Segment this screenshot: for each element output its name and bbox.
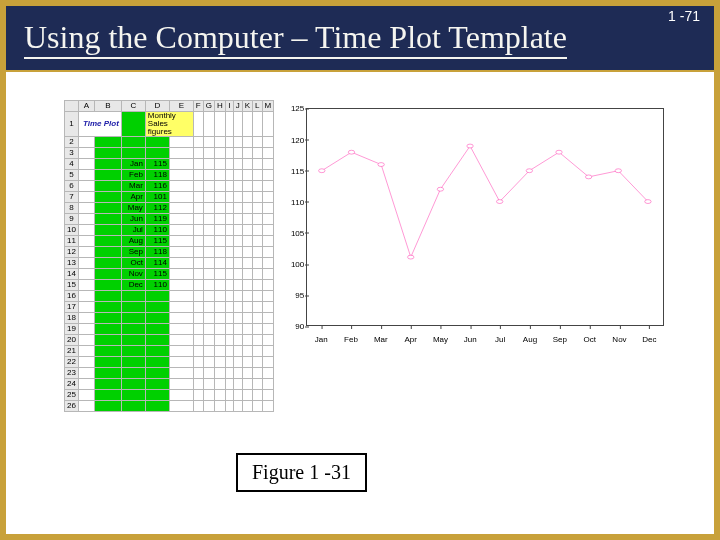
cell <box>253 214 262 225</box>
cell <box>193 357 203 368</box>
cell <box>79 192 95 203</box>
cell <box>203 203 214 214</box>
cell <box>169 192 193 203</box>
col-header: I <box>225 101 233 112</box>
col-header: F <box>193 101 203 112</box>
cell <box>203 112 214 137</box>
cell <box>262 291 274 302</box>
cell <box>79 137 95 148</box>
cell <box>203 225 214 236</box>
cell <box>225 390 233 401</box>
month-cell: Apr <box>121 192 145 203</box>
cell <box>121 313 145 324</box>
value-cell: 114 <box>145 258 169 269</box>
cell <box>94 401 121 412</box>
x-tick-label: Feb <box>344 335 358 344</box>
cell <box>225 214 233 225</box>
cell <box>242 269 252 280</box>
cell <box>214 192 225 203</box>
cell <box>262 203 274 214</box>
cell <box>121 346 145 357</box>
cell <box>214 401 225 412</box>
cell <box>79 225 95 236</box>
cell <box>214 236 225 247</box>
cell <box>253 313 262 324</box>
cell <box>94 159 121 170</box>
cell <box>193 368 203 379</box>
cell <box>214 269 225 280</box>
cell <box>79 269 95 280</box>
cell <box>94 225 121 236</box>
cell <box>233 335 242 346</box>
data-point <box>556 151 562 155</box>
cell <box>214 291 225 302</box>
slide-frame: 1 -71 Using the Computer – Time Plot Tem… <box>0 0 720 540</box>
cell <box>169 368 193 379</box>
cell <box>169 203 193 214</box>
cell <box>94 192 121 203</box>
value-cell: 116 <box>145 181 169 192</box>
x-tick-label: Apr <box>404 335 416 344</box>
cell <box>253 225 262 236</box>
cell <box>145 137 169 148</box>
value-cell: 115 <box>145 236 169 247</box>
cell <box>203 247 214 258</box>
cell <box>225 302 233 313</box>
title-bar: Using the Computer – Time Plot Template <box>6 6 714 72</box>
line-series <box>307 109 663 325</box>
cell <box>225 203 233 214</box>
value-cell: 115 <box>145 269 169 280</box>
row-header: 25 <box>65 390 79 401</box>
cell <box>169 324 193 335</box>
x-tick-label: Nov <box>612 335 626 344</box>
time-plot-chart: 9095100105110115120125JanFebMarAprMayJun… <box>274 100 674 350</box>
cell <box>233 181 242 192</box>
cell <box>193 225 203 236</box>
cell <box>214 159 225 170</box>
cell <box>169 302 193 313</box>
cell <box>214 368 225 379</box>
cell <box>169 159 193 170</box>
cell <box>79 357 95 368</box>
cell <box>145 302 169 313</box>
cell <box>253 236 262 247</box>
cell <box>233 346 242 357</box>
cell <box>94 368 121 379</box>
cell <box>253 170 262 181</box>
row-header: 8 <box>65 203 79 214</box>
data-point <box>645 200 651 204</box>
cell <box>262 258 274 269</box>
subtitle-cell: Monthly Sales figures <box>145 112 193 137</box>
cell <box>94 148 121 159</box>
month-cell: Mar <box>121 181 145 192</box>
cell <box>242 313 252 324</box>
cell <box>214 346 225 357</box>
cell <box>214 225 225 236</box>
cell <box>253 368 262 379</box>
y-tick-label: 100 <box>280 260 304 269</box>
row-header: 6 <box>65 181 79 192</box>
cell <box>233 368 242 379</box>
cell <box>193 346 203 357</box>
cell <box>94 379 121 390</box>
cell <box>262 335 274 346</box>
cell <box>193 203 203 214</box>
cell <box>242 280 252 291</box>
cell <box>94 346 121 357</box>
spreadsheet: ABCDEFGHIJKLM1Time PlotMonthly Sales fig… <box>64 100 274 412</box>
row-header: 14 <box>65 269 79 280</box>
cell <box>203 368 214 379</box>
cell <box>253 401 262 412</box>
cell <box>262 148 274 159</box>
cell <box>214 247 225 258</box>
x-tick-label: Sep <box>553 335 567 344</box>
cell <box>242 368 252 379</box>
cell <box>145 346 169 357</box>
x-tick-label: May <box>433 335 448 344</box>
col-header: A <box>79 101 95 112</box>
cell <box>79 401 95 412</box>
cell <box>233 291 242 302</box>
data-point <box>378 163 384 167</box>
figure-caption: Figure 1 -31 <box>236 453 367 492</box>
row-header: 5 <box>65 170 79 181</box>
